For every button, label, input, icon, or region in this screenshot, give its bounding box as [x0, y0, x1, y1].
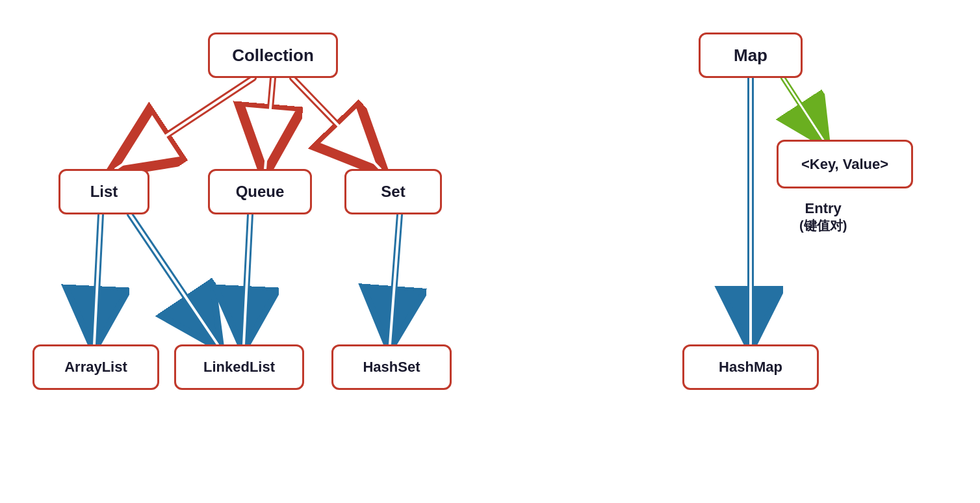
arrow-map-keyvalue-inner	[783, 78, 825, 143]
diagram-container: Collection List Queue Set ArrayList Link…	[0, 0, 980, 503]
entry-sub-text: (键值对)	[799, 217, 847, 235]
node-hashset-label: HashSet	[363, 359, 420, 376]
node-keyvalue: <Key, Value>	[777, 140, 913, 188]
entry-label: Entry (键值对)	[799, 200, 847, 235]
node-keyvalue-label: <Key, Value>	[801, 156, 888, 173]
node-queue-label: Queue	[236, 183, 285, 201]
node-linkedlist-label: LinkedList	[203, 359, 275, 376]
node-collection-label: Collection	[232, 45, 314, 66]
arrow-collection-list-inner	[116, 78, 253, 169]
arrow-collection-set-inner	[292, 78, 380, 169]
node-set: Set	[344, 169, 442, 214]
node-hashmap: HashMap	[682, 344, 819, 390]
node-map-label: Map	[734, 45, 767, 66]
node-hashmap-label: HashMap	[719, 359, 782, 376]
diagram-svg	[0, 0, 980, 503]
node-queue: Queue	[208, 169, 312, 214]
node-set-label: Set	[381, 183, 405, 201]
node-arraylist: ArrayList	[32, 344, 159, 390]
arrow-set-hashset-inner	[390, 214, 400, 344]
node-map: Map	[699, 32, 803, 78]
node-linkedlist: LinkedList	[174, 344, 304, 390]
arrow-list-linkedlist-inner	[130, 214, 218, 344]
node-list-label: List	[90, 183, 118, 201]
entry-text: Entry	[799, 200, 847, 217]
node-list: List	[58, 169, 149, 214]
node-arraylist-label: ArrayList	[64, 359, 127, 376]
node-collection: Collection	[208, 32, 338, 78]
node-hashset: HashSet	[331, 344, 452, 390]
